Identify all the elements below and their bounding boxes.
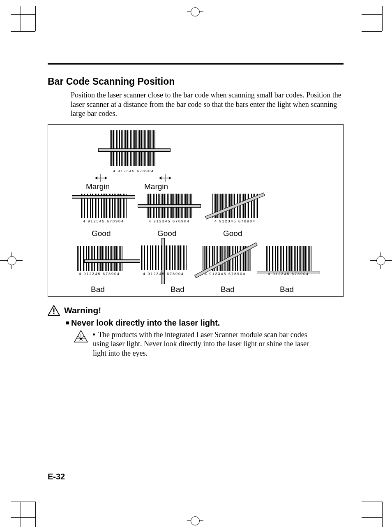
svg-line-49 — [81, 339, 83, 341]
laser-hazard-icon — [74, 330, 88, 342]
body-paragraph: Position the laser scanner close to the … — [71, 90, 344, 118]
warning-bullet-text: The products with the integrated Laser S… — [93, 330, 323, 358]
margin-label-right: Margin — [144, 182, 168, 191]
good-label-1: Good — [92, 229, 111, 238]
svg-marker-35 — [159, 176, 161, 180]
barcode-good-1: 4 912345 678904 — [77, 194, 130, 224]
crop-mark — [35, 502, 36, 527]
warning-triangle-icon — [48, 305, 60, 316]
warning-headline-text: Never look directly into the laser light… — [71, 318, 220, 327]
svg-line-45 — [81, 336, 84, 339]
barcode-number: 4 912345 678904 — [78, 219, 129, 223]
crop-mark — [11, 502, 35, 502]
bad-label-4: Bad — [280, 285, 294, 294]
scan-line — [138, 204, 201, 208]
barcode-number: 4 912345 678904 — [138, 272, 189, 276]
crop-mark — [362, 502, 382, 502]
barcode-number: 4 912345 678904 — [209, 219, 261, 223]
barcode-number: 4 912345 678904 — [74, 272, 125, 276]
warning-title: Warning! — [64, 305, 101, 315]
good-label-2: Good — [157, 229, 176, 238]
barcode-number: 4 912345 678904 — [105, 169, 162, 173]
scan-line — [84, 259, 140, 263]
crop-mark — [382, 6, 383, 31]
register-mark — [376, 256, 385, 265]
barcode-number: 4 912345 678904 — [143, 219, 195, 223]
barcode-number: 4 912345 678904 — [263, 272, 314, 276]
warning-headline: ■Never look directly into the laser ligh… — [66, 318, 344, 328]
barcode-graphic — [143, 194, 196, 222]
crop-mark — [21, 502, 21, 527]
warning-detail: The products with the integrated Laser S… — [74, 330, 344, 358]
barcode-number: 4 912345 678904 — [199, 272, 251, 276]
barcode-margin-example: 4 912345 678904 — [101, 130, 167, 170]
barcode-good-2: 4 912345 678904 — [143, 194, 196, 224]
crop-mark — [368, 502, 368, 527]
bad-label-2: Bad — [171, 285, 184, 294]
crop-mark — [11, 14, 35, 15]
register-mark — [191, 516, 200, 525]
scan-line — [72, 195, 135, 199]
bullet-icon — [93, 333, 95, 335]
svg-marker-32 — [105, 176, 107, 180]
svg-marker-31 — [95, 176, 97, 180]
square-bullet-icon: ■ — [66, 319, 69, 326]
margin-label-left: Margin — [86, 182, 110, 191]
header-rule — [48, 63, 344, 65]
scan-line-vertical — [161, 238, 165, 284]
svg-line-48 — [78, 339, 81, 341]
crop-mark — [382, 502, 383, 527]
crop-mark — [11, 31, 35, 32]
bad-label-3: Bad — [221, 285, 235, 294]
crop-mark — [21, 6, 21, 31]
warning-section: Warning! ■Never look directly into the l… — [48, 305, 344, 358]
page-number: E-32 — [48, 472, 65, 481]
section-title: Bar Code Scanning Position — [48, 76, 344, 87]
warning-bullet-content: The products with the integrated Laser S… — [93, 331, 309, 357]
barcode-bad-4: 4 912345 678904 — [262, 246, 315, 277]
crop-mark — [362, 14, 382, 15]
good-label-3: Good — [223, 229, 242, 238]
barcode-bad-1: 4 912345 678904 — [73, 246, 126, 277]
register-mark — [191, 7, 200, 16]
svg-line-44 — [78, 336, 81, 339]
svg-marker-36 — [169, 176, 171, 180]
barcode-bad-2: 4 912345 678904 — [137, 241, 190, 277]
scan-line — [98, 148, 171, 152]
crop-mark — [362, 517, 382, 518]
bad-label-1: Bad — [91, 285, 105, 294]
scanning-position-figure: 4 912345 678904 Margin Margin 4 912345 6… — [48, 124, 344, 297]
register-mark — [7, 256, 16, 265]
svg-rect-39 — [53, 308, 55, 312]
crop-mark — [368, 6, 368, 31]
warning-heading: Warning! — [48, 305, 344, 316]
crop-mark — [11, 517, 35, 518]
crop-mark — [362, 31, 382, 32]
barcode-bad-3: 4 912345 678904 — [197, 246, 254, 277]
barcode-good-3: 4 912345 678904 — [208, 194, 262, 224]
page-content: Bar Code Scanning Position Position the … — [48, 44, 344, 358]
svg-rect-40 — [53, 312, 55, 314]
crop-mark — [35, 6, 36, 31]
